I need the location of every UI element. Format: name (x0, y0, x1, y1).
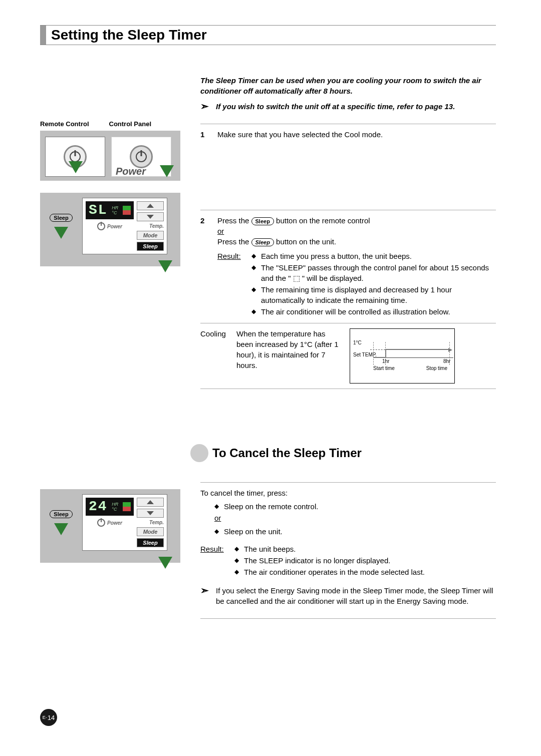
temp-down-button (137, 212, 164, 221)
cancel-result-bullets: ◆The unit beeps. ◆The SLEEP indicator is… (234, 544, 496, 578)
cooling-row: Cooling When the temperature has been in… (200, 328, 496, 384)
list-item: ◆The unit beeps. (234, 544, 496, 554)
sleep-pill: Sleep (251, 238, 274, 246)
cancel-lead: To cancel the timer, press: (200, 488, 496, 498)
subsection-circle-icon (190, 444, 208, 462)
lcd-units: HR°C (112, 205, 118, 215)
temp-label: Temp. (137, 520, 164, 525)
mode-button: Mode (137, 527, 164, 536)
note-text: If you wish to switch the unit off at a … (216, 101, 455, 112)
page-prefix: E- (43, 715, 47, 720)
subsection-title: To Cancel the Sleep Timer (212, 446, 362, 460)
text: Press the (217, 216, 251, 225)
or-text: or (217, 226, 496, 236)
sleep-pill: Sleep (50, 214, 72, 222)
cancel-note-text: If you select the Energy Saving mode in … (216, 585, 496, 606)
power-icon (136, 151, 147, 162)
subsection-header: To Cancel the Sleep Timer (190, 444, 496, 462)
list-item: ◆Each time you press a button, the unit … (251, 251, 496, 261)
lcd-units: HR°C (112, 502, 118, 512)
chart-start-label: Start time (373, 365, 395, 372)
diamond-icon: ◆ (234, 544, 239, 554)
page-num-value: 14 (48, 714, 55, 721)
step-body: Make sure that you have selected the Coo… (217, 129, 496, 140)
panel-power-box: Power (111, 137, 171, 177)
list-item: ◆The SLEEP indicator is no longer displa… (234, 555, 496, 566)
lcd-display: SL HR°C (86, 201, 134, 219)
lcd-value: 24 (89, 500, 108, 514)
power-icon (70, 151, 81, 162)
temp-up-button (137, 201, 164, 210)
arrow-down-icon (158, 260, 172, 272)
diamond-icon: ◆ (251, 251, 256, 261)
power-icon (97, 222, 105, 230)
page-number: E-14 (40, 709, 57, 726)
diamond-icon: ◆ (251, 284, 256, 305)
triangle-up-icon (147, 500, 154, 504)
sleep-pill: Sleep (50, 510, 72, 518)
sleep-illustration: Sleep SL HR°C Power (40, 193, 180, 266)
chart-series-seg (385, 349, 449, 350)
step-1: 1 Make sure that you have selected the C… (200, 129, 496, 140)
text: Press the (217, 237, 251, 246)
separator (200, 389, 496, 389)
step-number: 2 (200, 215, 206, 318)
diamond-icon: ◆ (251, 306, 256, 317)
separator (200, 482, 496, 483)
diamond-icon: ◆ (234, 555, 239, 566)
temp-down-button (137, 509, 164, 518)
temp-label: Temp. (137, 223, 164, 229)
chart-xlabel: 8hr (443, 358, 450, 365)
lcd-display: 24 HR°C (86, 498, 134, 516)
diamond-icon: ◆ (251, 262, 256, 283)
triangle-down-icon (147, 215, 154, 219)
list-item: ◆Sleep on the unit. (214, 526, 496, 537)
or-text: or (214, 513, 496, 523)
cancel-options: ◆Sleep on the remote control. (214, 501, 496, 512)
mode-button: Mode (137, 231, 164, 240)
section-header: Setting the Sleep Timer (40, 25, 496, 45)
power-small-label: Power (107, 224, 122, 229)
sleep-timer-chart: 1°C Set TEMP. (350, 328, 455, 384)
cancel-options-2: ◆Sleep on the unit. (214, 526, 496, 537)
result-bullets: ◆Each time you press a button, the unit … (251, 251, 496, 318)
diamond-icon: ◆ (214, 501, 219, 512)
step-number: 1 (200, 129, 206, 140)
illustration-labels: Remote Control Control Panel (40, 120, 180, 128)
arrow-down-icon (54, 227, 68, 239)
triangle-up-icon (147, 204, 154, 208)
chart-stop-label: Stop time (426, 365, 447, 372)
control-panel-label: Control Panel (109, 120, 152, 128)
left-column-2: Sleep 24 HR°C Power (40, 477, 180, 624)
remote-power-box (45, 137, 105, 177)
triangle-down-icon (147, 511, 154, 515)
step-2: 2 Press the Sleep button on the remote c… (200, 215, 496, 318)
remote-side: Sleep (45, 198, 77, 254)
arrow-down-icon (158, 557, 172, 569)
separator (200, 618, 496, 619)
pointer-icon: ➣ (200, 585, 209, 606)
result-label: Result: (217, 251, 245, 318)
control-panel-box: SL HR°C Power Temp. (82, 198, 167, 254)
list-item: ◆Sleep on the remote control. (214, 501, 496, 512)
list-item: ◆The "SLEEP" passes through the control … (251, 262, 496, 283)
cancel-illustration: Sleep 24 HR°C Power (40, 489, 180, 563)
sleep-pill: Sleep (251, 217, 274, 225)
separator (200, 124, 496, 124)
remote-side: Sleep (45, 494, 77, 551)
cancel-note-row: ➣ If you select the Energy Saving mode i… (200, 585, 496, 606)
diamond-icon: ◆ (214, 526, 219, 537)
intro-text: The Sleep Timer can be used when you are… (200, 75, 496, 96)
manual-page: Setting the Sleep Timer Remote Control C… (0, 0, 541, 756)
chart-xlabel: 1hr (382, 358, 389, 365)
sleep-button: Sleep (137, 538, 164, 547)
chart-guide (370, 349, 385, 350)
right-column-2: To cancel the timer, press: ◆Sleep on th… (200, 477, 496, 624)
note-row: ➣ If you wish to switch the unit off at … (200, 101, 496, 112)
arrow-down-icon (54, 523, 68, 535)
result-label: Result: (200, 544, 228, 578)
list-item: ◆The air conditioner operates in the mod… (234, 567, 496, 577)
step-body: Press the Sleep button on the remote con… (217, 215, 496, 318)
arrow-right-icon (448, 348, 452, 352)
power-illustration: Power (40, 131, 180, 181)
